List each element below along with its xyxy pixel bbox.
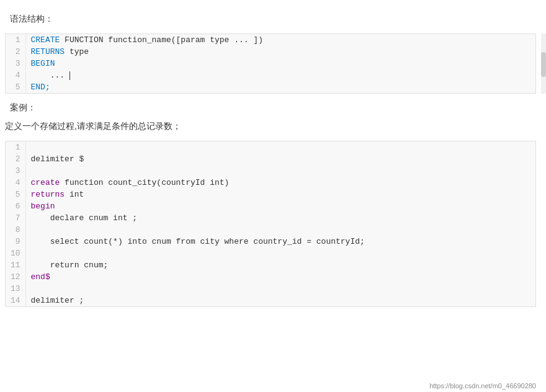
line-number: 5 xyxy=(6,81,25,93)
code-token: CREATE xyxy=(31,35,60,45)
line-number: 8 xyxy=(6,224,25,236)
code-line: 11 return cnum; xyxy=(6,259,535,271)
code-token: end$ xyxy=(31,272,50,282)
syntax-label: 语法结构： xyxy=(0,10,546,29)
scrollbar-area[interactable] xyxy=(541,33,546,94)
code-line: 9 select count(*) into cnum from city wh… xyxy=(6,236,535,247)
line-number: 10 xyxy=(6,247,25,259)
line-content: return cnum; xyxy=(25,259,535,271)
code-line: 4 ... xyxy=(6,69,535,81)
line-content: begin xyxy=(25,200,535,212)
line-number: 12 xyxy=(6,271,25,283)
code-token: RETURNS xyxy=(31,47,65,56)
code-token: function xyxy=(60,178,108,187)
line-content: delimiter $ xyxy=(25,153,535,165)
code-token: int xyxy=(65,190,84,199)
code-token: type xyxy=(65,47,89,56)
scrollbar-thumb xyxy=(541,52,546,77)
code-token: returns xyxy=(31,190,65,199)
code-line: 7 declare cnum int ; xyxy=(6,212,535,224)
code-token: delimiter ; xyxy=(31,296,84,305)
line-content xyxy=(25,283,535,295)
code-line: 1 xyxy=(6,141,535,153)
line-content: ... xyxy=(25,69,535,81)
line-content xyxy=(25,165,535,177)
code-token: begin xyxy=(31,202,55,211)
code-token: return cnum; xyxy=(31,261,109,270)
code-line: 4create function count_city(countryId in… xyxy=(6,177,535,189)
case-desc: 定义一个存储过程,请求满足条件的总记录数； xyxy=(0,117,546,136)
line-content: returns int xyxy=(25,189,535,200)
line-number: 3 xyxy=(6,165,25,177)
line-number: 14 xyxy=(6,295,25,306)
line-content xyxy=(25,247,535,259)
watermark: https://blog.csdn.net/m0_46690280 xyxy=(429,382,536,390)
code-token: count_city xyxy=(108,178,156,187)
code-token: BEGIN xyxy=(31,59,55,68)
line-number: 2 xyxy=(6,46,25,58)
line-number: 4 xyxy=(6,177,25,189)
code-line: 5returns int xyxy=(6,189,535,200)
line-content: select count(*) into cnum from city wher… xyxy=(25,236,535,247)
example-code-block: 1 2delimiter $3 4create function count_c… xyxy=(5,141,536,307)
line-content: BEGIN xyxy=(25,58,535,69)
line-content xyxy=(25,224,535,236)
code-line: 3 xyxy=(6,165,535,177)
line-number: 6 xyxy=(6,200,25,212)
line-number: 3 xyxy=(6,58,25,69)
line-number: 11 xyxy=(6,259,25,271)
code-line: 2delimiter $ xyxy=(6,153,535,165)
example-code-table: 1 2delimiter $3 4create function count_c… xyxy=(6,141,535,306)
line-content: declare cnum int ; xyxy=(25,212,535,224)
code-line: 5END; xyxy=(6,81,535,93)
code-token: create xyxy=(31,178,60,187)
page-container: 语法结构： 1CREATE FUNCTION function_name([pa… xyxy=(0,0,546,392)
line-number: 2 xyxy=(6,153,25,165)
code-line: 1CREATE FUNCTION function_name([param ty… xyxy=(6,34,535,46)
code-line: 2RETURNS type xyxy=(6,46,535,58)
syntax-code-block: 1CREATE FUNCTION function_name([param ty… xyxy=(5,33,536,94)
code-token: (countryId int) xyxy=(156,178,229,187)
line-number: 1 xyxy=(6,141,25,153)
example-code-section: 1 2delimiter $3 4create function count_c… xyxy=(0,141,546,307)
line-content: END; xyxy=(25,81,535,93)
line-content: delimiter ; xyxy=(25,295,535,306)
line-number: 5 xyxy=(6,189,25,200)
code-token: delimiter $ xyxy=(31,154,84,164)
line-number: 13 xyxy=(6,283,25,295)
line-number: 9 xyxy=(6,236,25,247)
code-line: 8 xyxy=(6,224,535,236)
case-label: 案例： xyxy=(0,99,546,117)
code-token: END; xyxy=(31,82,50,92)
line-content: CREATE FUNCTION function_name([param typ… xyxy=(25,34,535,46)
line-content: RETURNS type xyxy=(25,46,535,58)
syntax-code-section: 1CREATE FUNCTION function_name([param ty… xyxy=(0,33,546,94)
code-token: ... xyxy=(31,71,69,80)
code-line: 10 xyxy=(6,247,535,259)
code-line: 3BEGIN xyxy=(6,58,535,69)
code-token: select count(*) into cnum from city wher… xyxy=(31,237,365,246)
line-content: create function count_city(countryId int… xyxy=(25,177,535,189)
line-content xyxy=(25,141,535,153)
line-number: 7 xyxy=(6,212,25,224)
text-cursor xyxy=(69,71,70,80)
code-line: 14delimiter ; xyxy=(6,295,535,306)
line-content: end$ xyxy=(25,271,535,283)
code-token: declare cnum int ; xyxy=(31,213,138,223)
line-number: 1 xyxy=(6,34,25,46)
code-line: 6begin xyxy=(6,200,535,212)
code-line: 12end$ xyxy=(6,271,535,283)
line-number: 4 xyxy=(6,69,25,81)
code-line: 13 xyxy=(6,283,535,295)
syntax-code-table: 1CREATE FUNCTION function_name([param ty… xyxy=(6,34,535,93)
code-token: FUNCTION function_name([param type ... ]… xyxy=(60,35,263,45)
